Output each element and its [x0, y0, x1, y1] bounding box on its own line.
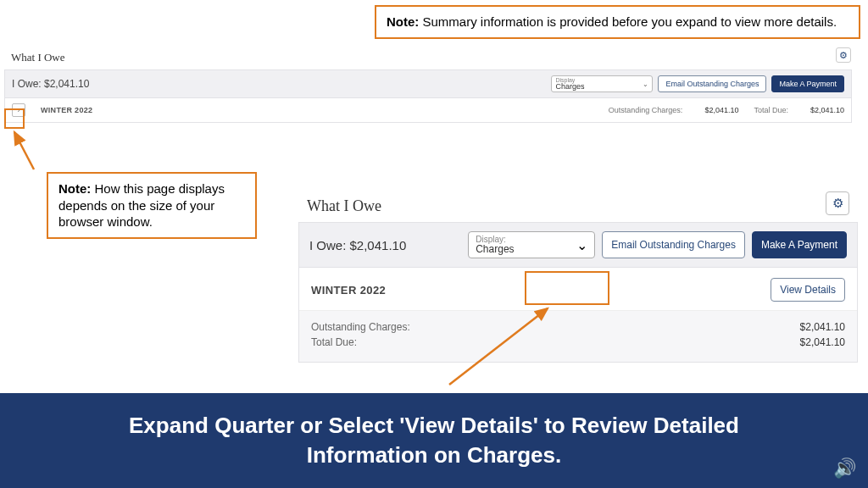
summary-bar: I Owe: $2,041.10 Display: Charges ⌄ Emai… — [298, 222, 858, 268]
display-select[interactable]: Display: Charges ⌄ — [468, 231, 595, 258]
display-select[interactable]: Display Charges ⌄ — [551, 75, 653, 92]
i-owe-label: I Owe: $2,041.10 — [12, 78, 546, 90]
note-text: Summary information is provided before y… — [423, 14, 837, 29]
instruction-banner: Expand Quarter or Select 'View Details' … — [0, 393, 868, 488]
term-label: WINTER 2022 — [311, 284, 386, 297]
note-prefix: Note: — [58, 181, 95, 196]
outstanding-label: Outstanding Charges: — [311, 321, 410, 333]
view-details-button[interactable]: View Details — [771, 278, 845, 302]
page-title: What I Owe — [307, 197, 381, 215]
gear-icon[interactable]: ⚙ — [836, 47, 851, 63]
page-title: What I Owe — [4, 47, 852, 69]
chevron-down-icon: ⌄ — [576, 237, 587, 253]
instruction-text: Expand Quarter or Select 'View Details' … — [0, 411, 868, 470]
make-payment-button[interactable]: Make A Payment — [752, 231, 847, 258]
total-due-value: $2,041.10 — [800, 336, 845, 348]
outstanding-value: $2,041.10 — [800, 321, 845, 333]
total-due-label: Total Due: — [754, 106, 788, 114]
term-row[interactable]: › WINTER 2022 Outstanding Charges: $2,04… — [4, 98, 852, 123]
chevron-down-icon: ⌄ — [643, 80, 648, 88]
note-prefix: Note: — [387, 14, 423, 29]
make-payment-button[interactable]: Make A Payment — [771, 75, 844, 92]
summary-bar: I Owe: $2,041.10 Display Charges ⌄ Email… — [4, 69, 852, 98]
outstanding-value: $2,041.10 — [704, 106, 738, 114]
gear-icon[interactable]: ⚙ — [826, 191, 849, 215]
compact-view: What I Owe ⚙ I Owe: $2,041.10 Display: C… — [298, 185, 858, 363]
note-responsive: Note: How this page displays depends on … — [47, 172, 257, 239]
i-owe-label: I Owe: $2,041.10 — [309, 238, 406, 252]
total-due-label: Total Due: — [311, 336, 357, 348]
speaker-icon: 🔊 — [833, 458, 856, 480]
display-select-value: Charges — [476, 244, 514, 255]
outstanding-label: Outstanding Charges: — [609, 106, 683, 114]
expand-chevron-icon[interactable]: › — [12, 103, 25, 117]
total-due-value: $2,041.10 — [810, 106, 844, 114]
email-charges-button[interactable]: Email Outstanding Charges — [602, 231, 745, 258]
svg-line-0 — [14, 132, 34, 169]
wide-view: What I Owe I Owe: $2,041.10 Display Char… — [4, 47, 852, 123]
display-select-value: Charges — [555, 83, 584, 91]
note-summary: Note: Summary information is provided be… — [375, 5, 860, 39]
email-charges-button[interactable]: Email Outstanding Charges — [658, 75, 766, 92]
term-label: WINTER 2022 — [41, 106, 593, 114]
term-card: WINTER 2022 View Details Outstanding Cha… — [298, 268, 858, 363]
